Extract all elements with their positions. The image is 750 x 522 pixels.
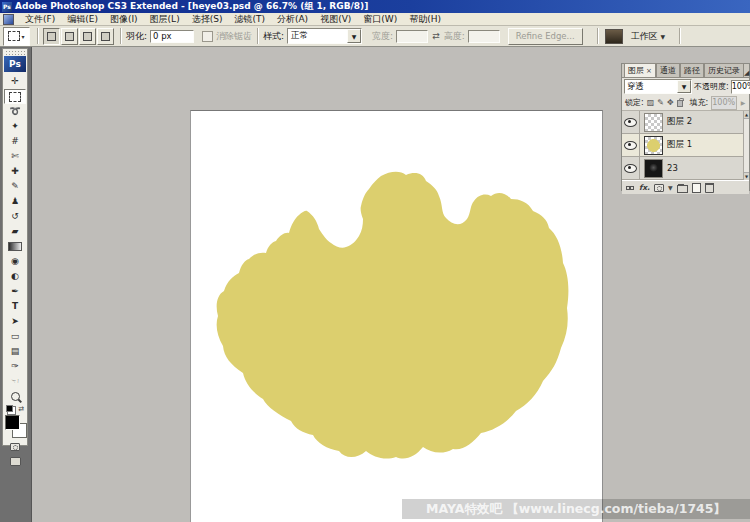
refine-edge-button[interactable]: Refine Edge...	[508, 28, 583, 45]
tool-spot-healing-brush[interactable]: ✚	[4, 164, 26, 179]
tool-pen[interactable]: ✒	[4, 284, 26, 299]
tool-eraser[interactable]: ▰	[4, 224, 26, 239]
eraser-icon: ▰	[12, 224, 19, 239]
panel-menu-icon[interactable]: ◢	[744, 69, 749, 77]
tool-brush[interactable]: ✎	[4, 179, 26, 194]
new-adjustment-layer-button[interactable]: ▼	[668, 185, 673, 191]
quick-mask-button[interactable]	[6, 441, 24, 453]
layer-row-1[interactable]: 图层 1	[622, 134, 749, 157]
opacity-value[interactable]: 100%	[731, 80, 750, 94]
trash-icon	[705, 183, 714, 193]
tool-quick-selection[interactable]: ✦	[4, 119, 26, 134]
scroll-up-icon[interactable]: ▲	[744, 111, 749, 119]
menu-item-select[interactable]: 选择(S)	[186, 13, 229, 26]
tool-shape[interactable]: ▭	[4, 329, 26, 344]
menu-item-edit[interactable]: 编辑(E)	[61, 13, 104, 26]
visibility-cell[interactable]	[622, 157, 640, 179]
workspace-label: 工作区	[631, 31, 658, 41]
tab-history-label: 历史记录	[708, 65, 740, 76]
tab-channels[interactable]: 通道	[656, 63, 680, 77]
fill-spinner-icon[interactable]: ▶	[740, 97, 746, 109]
tool-path-selection[interactable]: ➤	[4, 314, 26, 329]
photoshop-logo[interactable]: Ps	[4, 56, 26, 72]
layer-row-2[interactable]: 图层 2	[622, 111, 749, 134]
eye-icon	[624, 164, 637, 173]
intersect-selection-button[interactable]	[97, 28, 114, 45]
notes-icon: ▤	[11, 344, 20, 359]
default-colors-icon[interactable]	[6, 405, 13, 412]
document-icon[interactable]	[3, 14, 14, 25]
tool-slice[interactable]: ✄	[4, 149, 26, 164]
height-input[interactable]	[468, 30, 500, 43]
tool-clone-stamp[interactable]: ♟	[4, 194, 26, 209]
layers-footer: fx. ▼	[622, 180, 749, 194]
tab-layers[interactable]: 图层 ×	[624, 63, 656, 77]
go-to-bridge-icon[interactable]	[605, 29, 623, 44]
menu-item-layer[interactable]: 图层(L)	[144, 13, 186, 26]
blend-mode-arrow-icon[interactable]: ▼	[677, 80, 691, 93]
lock-transparent-pixels-icon[interactable]: ▨	[647, 99, 655, 107]
lock-all-icon[interactable]	[677, 100, 683, 107]
palette-grip[interactable]	[5, 50, 25, 55]
menu-item-window[interactable]: 窗口(W)	[357, 13, 403, 26]
add-to-selection-button[interactable]	[61, 28, 78, 45]
delete-layer-button[interactable]	[705, 183, 714, 193]
lock-position-icon[interactable]: ✥	[667, 99, 674, 107]
tool-zoom[interactable]	[4, 389, 26, 404]
tool-gradient[interactable]	[4, 239, 26, 254]
menu-item-image[interactable]: 图像(I)	[104, 13, 144, 26]
foreground-color-swatch[interactable]	[5, 415, 20, 430]
antialias-checkbox[interactable]	[202, 31, 213, 42]
link-layers-button[interactable]	[625, 185, 635, 191]
menu-item-file[interactable]: 文件(F)	[19, 13, 61, 26]
select-arrow-icon[interactable]: ▼	[347, 29, 361, 43]
tab-close-icon[interactable]: ×	[646, 67, 652, 75]
blend-mode-select[interactable]: 穿透 ▼	[624, 79, 692, 94]
style-select[interactable]: 正常 ▼	[287, 28, 362, 44]
tool-rectangular-marquee[interactable]	[4, 89, 26, 104]
new-selection-button[interactable]	[43, 28, 60, 45]
tool-notes[interactable]: ▤	[4, 344, 26, 359]
link-icon	[625, 185, 635, 191]
tool-crop[interactable]: #	[4, 134, 26, 149]
feather-input[interactable]: 0 px	[150, 30, 194, 43]
swap-dimensions-icon[interactable]: ⇄	[432, 31, 440, 41]
menu-item-analysis[interactable]: 分析(A)	[271, 13, 314, 26]
layer-style-button[interactable]: fx.	[639, 184, 650, 192]
new-layer-button[interactable]	[692, 183, 701, 193]
lock-image-pixels-icon[interactable]: ✎	[657, 99, 664, 107]
screen-mode-button[interactable]	[6, 455, 24, 467]
canvas-page[interactable]	[190, 110, 603, 522]
scroll-down-icon[interactable]: ▼	[744, 172, 749, 180]
tool-lasso[interactable]: ➰	[4, 104, 26, 119]
swap-colors-icon[interactable]: ⇄	[18, 405, 24, 413]
watermark-band: MAYA特效吧 【www.linecg.com/tieba/1745】	[402, 499, 750, 519]
panel-scrollbar[interactable]: ▲ ▼	[743, 111, 749, 180]
layer-1-thumbnail[interactable]	[644, 136, 663, 155]
workspace-button[interactable]: 工作区 ▼	[627, 30, 670, 43]
tool-move[interactable]: ✛	[4, 74, 26, 89]
tab-history[interactable]: 历史记录	[704, 63, 744, 77]
visibility-cell[interactable]	[622, 134, 640, 156]
tool-eyedropper[interactable]: ✑	[4, 359, 26, 374]
new-group-button[interactable]	[677, 183, 688, 193]
tool-hand[interactable]: ☜	[4, 374, 26, 389]
tool-type[interactable]: T	[4, 299, 26, 314]
add-layer-mask-button[interactable]	[654, 184, 664, 192]
fill-value[interactable]: 100%	[711, 96, 737, 110]
menu-item-filter[interactable]: 滤镜(T)	[228, 13, 271, 26]
layer-row-23[interactable]: 23	[622, 157, 749, 180]
layer-23-thumbnail[interactable]	[644, 159, 663, 178]
subtract-from-selection-button[interactable]	[79, 28, 96, 45]
tool-preset-picker[interactable]: ▾	[3, 27, 30, 46]
visibility-cell[interactable]	[622, 111, 640, 133]
layer-2-thumbnail[interactable]	[644, 113, 663, 132]
style-label: 样式:	[263, 30, 284, 43]
tab-paths[interactable]: 路径	[680, 63, 704, 77]
tool-history-brush[interactable]: ↺	[4, 209, 26, 224]
menu-item-view[interactable]: 视图(V)	[314, 13, 357, 26]
width-input[interactable]	[396, 30, 428, 43]
tool-dodge[interactable]: ◐	[4, 269, 26, 284]
tool-blur[interactable]: ◉	[4, 254, 26, 269]
menu-item-help[interactable]: 帮助(H)	[403, 13, 447, 26]
